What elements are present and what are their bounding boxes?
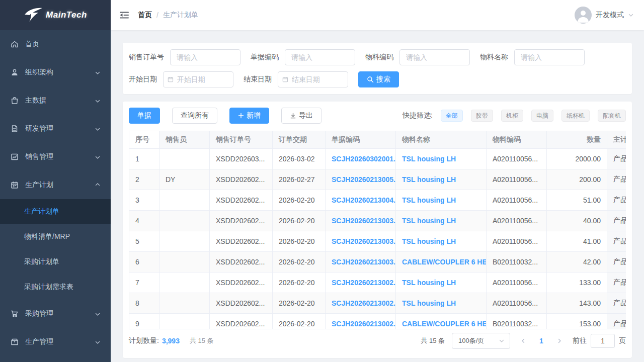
- sidebar-item-production-management[interactable]: 生产管理: [0, 328, 111, 356]
- sidebar-toggle-icon[interactable]: [119, 10, 130, 20]
- page-size-value: 100条/页: [458, 336, 484, 345]
- doc-code-link[interactable]: SCJH20260213002...: [332, 279, 396, 287]
- doc-code-link[interactable]: SCJH20260302001...: [332, 155, 396, 163]
- sidebar-subitem-purchase-plan-demand[interactable]: 采购计划需求表: [0, 275, 111, 300]
- material-code-input[interactable]: [399, 49, 470, 65]
- cell-seq: 4: [129, 211, 159, 231]
- cell-delivery-date: 2026-02-27: [273, 169, 326, 190]
- goto-label: 前往: [573, 336, 587, 345]
- material-name-link[interactable]: TSL housing LH: [402, 155, 456, 163]
- sidebar-item-rd-management[interactable]: 研发管理: [0, 115, 111, 143]
- export-button-label: 导出: [299, 111, 313, 120]
- col-header-plan-type: 主计划: [607, 131, 626, 149]
- search-button[interactable]: 搜索: [358, 71, 399, 87]
- quick-filter-tag[interactable]: 配套机: [598, 110, 626, 122]
- page-size-select[interactable]: 100条/页: [452, 333, 510, 349]
- export-button[interactable]: 导出: [281, 108, 321, 124]
- cell-delivery-date: 2026-02-20: [273, 293, 326, 314]
- material-name-link[interactable]: TSL housing LH: [402, 175, 456, 184]
- end-date-input[interactable]: [292, 75, 344, 83]
- sidebar-item-organization[interactable]: 组织架构: [0, 58, 111, 86]
- quick-filter-tag[interactable]: 电脑: [531, 110, 553, 122]
- sidebar-subitem-bom-mrp[interactable]: 物料清单/MRP: [0, 224, 111, 249]
- add-button[interactable]: 新增: [229, 108, 269, 124]
- sales-order-input[interactable]: [170, 49, 240, 65]
- start-date-input[interactable]: [177, 75, 229, 83]
- col-header-salesperson: 销售员: [159, 131, 210, 149]
- chevron-down-icon: [95, 339, 101, 345]
- material-name-link[interactable]: TSL housing LH: [402, 279, 456, 287]
- col-header-delivery-date: 订单交期: [273, 131, 326, 149]
- quick-filter-tag[interactable]: 机柜: [501, 110, 523, 122]
- filter-end-date: 结束日期: [244, 71, 348, 87]
- doc-code-link[interactable]: SCJH20260213003...: [332, 217, 396, 225]
- doc-code-link[interactable]: SCJH20260213002...: [332, 299, 396, 307]
- cell-salesperson: [159, 149, 210, 169]
- doc-code-link[interactable]: SCJH20260213002...: [332, 320, 396, 328]
- quick-filter-tag[interactable]: 全部: [441, 110, 463, 122]
- sidebar-item-production-plan[interactable]: 生产计划: [0, 171, 111, 199]
- cell-delivery-date: 2026-02-20: [273, 211, 326, 231]
- filter-panel: 销售订单号 单据编码 物料编码 物料名称 开始日期: [123, 43, 632, 94]
- doc-code-input[interactable]: [285, 49, 355, 65]
- material-name-link[interactable]: TSL housing LH: [402, 299, 456, 307]
- end-date-picker[interactable]: [278, 71, 348, 87]
- cell-seq: 6: [129, 252, 159, 273]
- download-icon: [290, 113, 296, 119]
- main-area: 首页 / 生产计划单 开发模式 销售订单号 单据编码: [111, 0, 644, 362]
- sidebar-item-master-data[interactable]: 主数据: [0, 86, 111, 115]
- bag-icon: [10, 96, 19, 105]
- material-name-input[interactable]: [514, 49, 585, 65]
- sidebar-item-purchase-management[interactable]: 采购管理: [0, 300, 111, 328]
- chevron-down-icon: [95, 98, 101, 104]
- next-page-icon[interactable]: [553, 335, 566, 347]
- cell-sales-order: XSDD202602...: [210, 190, 273, 211]
- cell-doc-code: SCJH20260213004...: [326, 190, 396, 211]
- quick-filter-tag[interactable]: 胶带: [471, 110, 493, 122]
- quick-filter-tag[interactable]: 纸杯机: [561, 110, 590, 122]
- start-date-picker[interactable]: [163, 71, 233, 87]
- doc-code-link[interactable]: SCJH20260213005...: [332, 175, 396, 184]
- cell-qty: 143.00: [547, 293, 607, 314]
- material-name-link[interactable]: TSL housing LH: [402, 237, 456, 245]
- sidebar-item-label: 主数据: [25, 96, 95, 105]
- app-logo: MainTech: [0, 0, 111, 30]
- cell-seq: 3: [129, 190, 159, 211]
- sidebar-subitem-purchase-plan-order[interactable]: 采购计划单: [0, 249, 111, 275]
- cell-doc-code: SCJH20260302001...: [326, 149, 396, 169]
- filter-material-name: 物料名称: [480, 49, 585, 65]
- page-number[interactable]: 1: [536, 337, 546, 345]
- doc-code-link[interactable]: SCJH20260213003...: [332, 258, 396, 266]
- filter-label: 结束日期: [244, 75, 272, 84]
- document-button[interactable]: 单据: [129, 108, 160, 124]
- cell-sales-order: XSDD202602...: [210, 231, 273, 252]
- prev-page-icon[interactable]: [517, 335, 529, 347]
- page-content: 销售订单号 单据编码 物料编码 物料名称 开始日期: [111, 30, 644, 362]
- breadcrumb-home[interactable]: 首页: [138, 11, 152, 20]
- material-name-link[interactable]: TSL housing LH: [402, 217, 456, 225]
- cell-material-code: B020110032...: [487, 314, 547, 329]
- cell-doc-code: SCJH20260213005...: [326, 169, 396, 190]
- sidebar-item-home[interactable]: 首页: [0, 30, 111, 58]
- material-name-link[interactable]: CABLEW/COUPLER 6 HE: [402, 320, 487, 328]
- doc-code-link[interactable]: SCJH20260213003...: [332, 237, 396, 245]
- cell-material-code: A020110056...: [487, 149, 547, 169]
- cell-sales-order: XSDD202602...: [210, 252, 273, 273]
- query-all-button[interactable]: 查询所有: [172, 108, 217, 124]
- table-header-row: 序号 销售员 销售订单号 订单交期 单据编码 物料名称 物料编码 数量 主计划: [129, 131, 626, 149]
- cell-material-code: B020110032...: [487, 252, 547, 273]
- cell-salesperson: [159, 314, 210, 329]
- sidebar-subitem-production-plan-order[interactable]: 生产计划单: [0, 199, 111, 224]
- sidebar-item-sales-management[interactable]: 销售管理: [0, 143, 111, 171]
- material-name-link[interactable]: TSL housing LH: [402, 196, 456, 204]
- table-panel: 单据 查询所有 新增 导出 快捷筛选: 全部胶带机柜电脑纸杯机配套机: [123, 102, 632, 358]
- sidebar-item-label: 首页: [25, 40, 101, 49]
- doc-code-link[interactable]: SCJH20260213004...: [332, 196, 396, 204]
- material-name-link[interactable]: CABLEW/COUPLER 6 HE: [402, 258, 487, 266]
- cell-salesperson: [159, 190, 210, 211]
- cell-plan-type: 产品: [607, 211, 626, 231]
- sidebar-item-label: 组织架构: [25, 68, 95, 77]
- goto-page-input[interactable]: [591, 334, 615, 348]
- cell-seq: 8: [129, 293, 159, 314]
- user-menu[interactable]: 开发模式: [575, 7, 634, 24]
